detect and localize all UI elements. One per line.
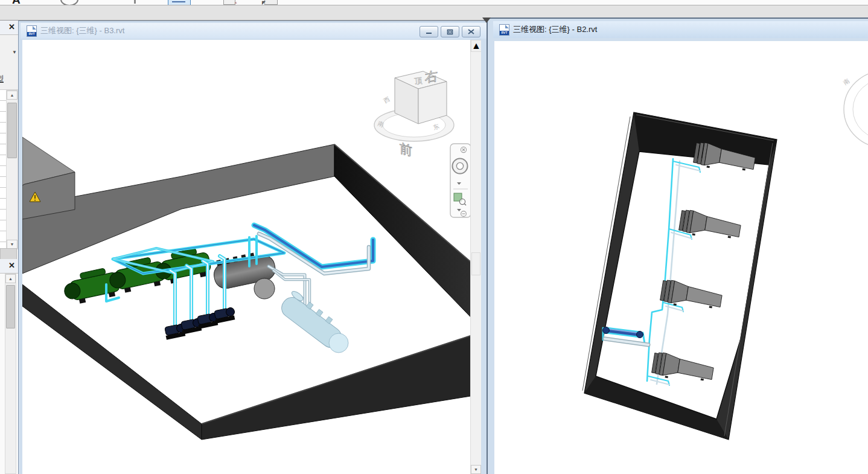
navigation-bar[interactable] (450, 144, 471, 217)
project-browser-sliver: ✕ ▲ (0, 259, 19, 474)
text-tool-icon[interactable]: A (12, 0, 21, 5)
scroll-up-icon[interactable]: ▲ (471, 40, 481, 52)
rvt-file-icon: RVT (27, 25, 37, 37)
compass-mark: 南 (842, 77, 851, 86)
scrollbar-thumb[interactable] (471, 252, 480, 275)
import-box-tool-icon[interactable]: ◤ (264, 0, 278, 5)
active-tool-icon[interactable] (168, 0, 191, 5)
scrollbar-thumb[interactable] (7, 103, 17, 158)
window-title: 三维视图: {三维} - B2.rvt (513, 24, 597, 35)
tank-end-cap (254, 278, 275, 299)
scrollbar-thumb[interactable] (6, 285, 15, 328)
close-button[interactable] (462, 26, 480, 37)
plus-tool-icon[interactable] (134, 0, 136, 4)
panel-resize-grip[interactable] (0, 248, 17, 259)
browser-scrollbar[interactable]: ▲ (5, 274, 16, 474)
properties-panel-header: ✕ (0, 21, 18, 35)
window-titlebar[interactable]: RVT 三维视图: {三维} - B2.rvt (493, 21, 868, 38)
minimize-button[interactable] (420, 26, 438, 37)
restore-button[interactable] (441, 26, 459, 37)
scroll-down-icon[interactable]: ▼ (471, 465, 481, 474)
steering-wheel-icon[interactable] (453, 159, 468, 174)
chevron-down-icon[interactable]: ▼ (12, 50, 17, 55)
properties-scrollbar[interactable]: ▲ ▼ (6, 90, 18, 249)
view-canvas-b3[interactable]: 西 北 南 东 顶 前 右 (22, 40, 481, 474)
edit-type-link[interactable]: 型 (0, 74, 4, 85)
rvt-file-icon: RVT (499, 24, 509, 36)
ribbon-toolbar-cropped: A × ◤ (0, 0, 868, 5)
viewcube[interactable]: 西 北 南 东 顶 前 右 (374, 68, 454, 158)
property-rows (0, 90, 6, 248)
viewcube-top-label: 顶 (414, 76, 423, 86)
properties-grid: ▲ ▼ (0, 89, 18, 248)
compass-partial[interactable]: 南 (842, 71, 868, 148)
blue-tank[interactable] (278, 289, 348, 353)
properties-panel-sliver: ✕ ▼ 型 ▲ ▼ (0, 21, 19, 259)
viewcube-right-label: 右 (425, 68, 438, 84)
sync-tool-icon[interactable] (60, 0, 78, 5)
compass-mark-nw: 西 (383, 95, 391, 104)
scroll-up-icon[interactable]: ▲ (5, 274, 16, 283)
3d-scene-b3: 西 北 南 东 顶 前 右 (22, 40, 471, 474)
scroll-up-icon[interactable]: ▲ (7, 91, 18, 100)
view-canvas-b2[interactable]: 南 (494, 41, 868, 474)
gray-box[interactable] (22, 137, 75, 219)
vertical-scrollbar[interactable]: ▲ ▼ (470, 40, 481, 474)
delete-box-tool-icon[interactable]: × (223, 0, 235, 5)
window-title: 三维视图: {三维} - B3.rvt (40, 25, 124, 36)
scroll-down-icon[interactable]: ▼ (7, 240, 18, 249)
close-icon[interactable]: ✕ (8, 22, 15, 31)
viewcube-front-label: 前 (400, 141, 412, 158)
view-window-b2: RVT 三维视图: {三维} - B2.rvt (487, 18, 868, 474)
window-split-marker-icon (482, 18, 491, 23)
close-icon[interactable]: ✕ (8, 261, 15, 270)
revit-workspace: A × ◤ ✕ ▼ 型 ▲ ▼ ✕ ▲ (0, 0, 868, 474)
window-titlebar[interactable]: RVT 三维视图: {三维} - B3.rvt (21, 23, 490, 39)
view-window-b3: RVT 三维视图: {三维} - B3.rvt (18, 21, 488, 474)
project-browser-header: ✕ (0, 259, 18, 274)
3d-scene-b2: 南 (494, 41, 868, 474)
